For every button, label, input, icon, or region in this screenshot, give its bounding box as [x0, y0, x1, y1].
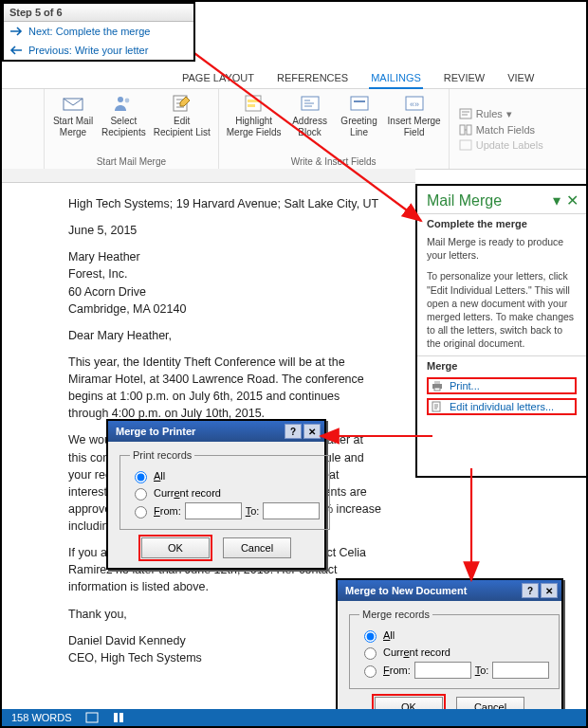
arrow-left-icon	[9, 46, 23, 55]
help-icon[interactable]: ?	[285, 424, 302, 439]
group-start-mail-merge: Start Mail Merge	[97, 155, 166, 167]
start-mail-merge-button[interactable]: Start Mail Merge	[52, 93, 94, 137]
update-labels-icon	[459, 139, 472, 151]
from-input[interactable]	[185, 502, 242, 519]
doc-greeting: Dear Mary Heather,	[68, 327, 383, 344]
doc-date: June 5, 2015	[68, 222, 383, 239]
page-layout-icon[interactable]	[112, 712, 125, 723]
doc-addr3: 60 Acorn Drive	[68, 283, 383, 300]
opt-all-radio[interactable]	[135, 471, 147, 483]
tab-page-layout[interactable]: PAGE LAYOUT	[180, 68, 256, 88]
greeting-line-icon	[348, 93, 371, 114]
opt-all-label: All	[383, 629, 395, 641]
doc-addr1: Mary Heather	[68, 248, 383, 265]
opt-from-radio[interactable]	[135, 506, 147, 519]
doc-p1: This year, the Identity Theft Conference…	[68, 354, 383, 423]
annotation-arrow	[457, 466, 486, 590]
prev-step-link[interactable]: Previous: Write your letter	[4, 41, 193, 60]
address-block-icon	[299, 93, 322, 114]
update-labels-button: Update Labels	[459, 137, 543, 153]
opt-all-radio[interactable]	[364, 630, 377, 643]
tab-mailings[interactable]: MAILINGS	[369, 68, 423, 89]
prev-step-label: Previous: Write your letter	[28, 45, 148, 56]
pane-section-merge: Merge	[417, 355, 586, 375]
opt-from-label: From:	[154, 505, 181, 517]
insert-field-icon: «»	[403, 93, 426, 114]
merge-to-new-document-dialog: Merge to New Document ? ✕ Merge records …	[336, 578, 563, 728]
svg-rect-16	[434, 381, 440, 384]
from-input[interactable]	[414, 662, 471, 679]
help-icon[interactable]: ?	[522, 583, 539, 598]
greeting-line-button[interactable]: Greeting Line	[339, 93, 380, 137]
opt-from-label: From:	[383, 664, 411, 676]
step-panel: Step 5 of 6 Next: Complete the merge Pre…	[2, 2, 195, 62]
edit-recipient-list-button[interactable]: Edit Recipient List	[154, 93, 211, 137]
svg-rect-14	[460, 140, 471, 150]
close-icon[interactable]: ✕	[541, 583, 558, 598]
rules-button[interactable]: Rules▾	[459, 106, 543, 122]
status-bar: 158 WORDS	[2, 709, 586, 726]
svg-rect-8	[351, 97, 368, 110]
svg-text:«»: «»	[410, 100, 419, 109]
to-label: To:	[475, 664, 489, 676]
ruler	[2, 169, 415, 183]
merge-to-printer-dialog: Merge to Printer ? ✕ Print records All C…	[106, 419, 326, 570]
pane-dropdown-icon[interactable]: ▾	[553, 191, 560, 209]
printer-icon	[431, 380, 444, 391]
print-records-group: Print records All Current record From: T…	[119, 449, 330, 530]
svg-rect-13	[467, 125, 471, 135]
doc-header: High Tech Systems; 19 Harvard Avenue; Sa…	[68, 195, 383, 212]
tab-view[interactable]: VIEW	[505, 68, 536, 88]
close-icon[interactable]: ✕	[303, 424, 321, 439]
merge-records-group: Merge records All Current record From: T…	[349, 609, 560, 689]
print-link[interactable]: Print...	[427, 377, 577, 394]
pane-close-icon[interactable]: ✕	[566, 191, 579, 209]
word-count[interactable]: 158 WORDS	[11, 712, 72, 723]
spellcheck-icon[interactable]	[85, 712, 99, 723]
edit-individual-link[interactable]: Edit individual letters...	[427, 398, 577, 415]
opt-from-radio[interactable]	[364, 665, 377, 678]
ok-button[interactable]: OK	[141, 537, 210, 558]
match-fields-icon	[459, 124, 472, 136]
tab-review[interactable]: REVIEW	[442, 68, 487, 88]
merge-records-legend: Merge records	[359, 609, 432, 620]
match-fields-button[interactable]: Match Fields	[459, 122, 543, 137]
svg-rect-12	[460, 125, 465, 135]
opt-current-radio[interactable]	[135, 488, 147, 500]
group-write-insert-fields: Write & Insert Fields	[291, 155, 377, 167]
pane-text1: Mail Merge is ready to produce your lett…	[417, 233, 586, 267]
envelope-icon	[62, 93, 84, 114]
insert-merge-field-button[interactable]: «» Insert Merge Field	[388, 93, 441, 137]
ribbon: PAGE LAYOUT REFERENCES MAILINGS REVIEW V…	[2, 68, 586, 170]
edit-individual-label: Edit individual letters...	[450, 401, 554, 412]
pane-text2: To personalize your letters, click "Edit…	[417, 267, 586, 355]
svg-rect-11	[460, 109, 471, 118]
pane-section-complete: Complete the merge	[417, 213, 586, 233]
svg-point-1	[118, 97, 123, 102]
opt-current-label: Current record	[383, 646, 450, 658]
rules-icon	[459, 108, 472, 119]
select-recipients-button[interactable]: Select Recipients	[101, 93, 146, 137]
svg-point-2	[125, 99, 130, 103]
pane-title: Mail Merge	[427, 192, 502, 209]
next-step-label: Next: Complete the merge	[28, 26, 150, 37]
svg-rect-17	[434, 388, 440, 391]
cancel-button[interactable]: Cancel	[223, 537, 291, 558]
to-input[interactable]	[492, 662, 549, 679]
doc-addr2: Forest, Inc.	[68, 265, 383, 282]
highlight-merge-fields-button[interactable]: Highlight Merge Fields	[227, 93, 282, 137]
tab-references[interactable]: REFERENCES	[275, 68, 350, 88]
highlight-icon	[243, 93, 266, 114]
doc-addr4: Cambridge, MA 02140	[68, 300, 383, 318]
address-block-button[interactable]: Address Block	[289, 93, 331, 137]
dlg-newdoc-title: Merge to New Document	[345, 585, 467, 596]
opt-all-label: All	[154, 470, 165, 482]
arrow-right-icon	[9, 27, 23, 36]
to-input[interactable]	[263, 502, 320, 519]
document-icon	[431, 401, 444, 412]
svg-rect-24	[119, 713, 123, 722]
list-edit-icon	[171, 93, 193, 114]
opt-current-radio[interactable]	[364, 647, 377, 660]
next-step-link[interactable]: Next: Complete the merge	[4, 22, 193, 41]
print-link-label: Print...	[450, 380, 480, 391]
